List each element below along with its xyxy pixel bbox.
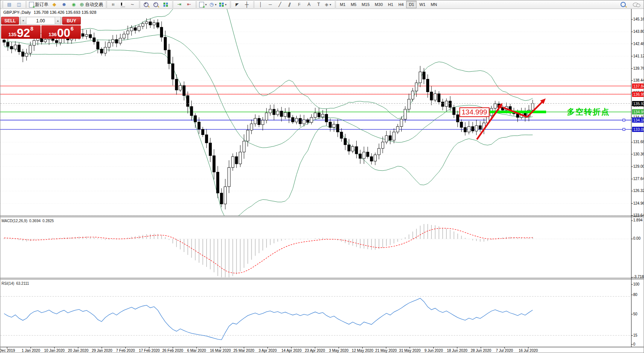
shapes-button[interactable]: ◈▼: [323, 1, 333, 8]
textT-icon: T: [317, 2, 320, 7]
dropdown-caret-icon[interactable]: ▼: [214, 3, 217, 6]
chart-shift-button[interactable]: ⇥: [175, 1, 184, 8]
price-tick: 124.960: [633, 201, 644, 205]
date-tick: 3 May 2020: [329, 349, 348, 353]
macd-panel[interactable]: [0, 224, 631, 277]
toolbar-grip[interactable]: [253, 1, 255, 7]
toolbar-grip[interactable]: [195, 1, 197, 7]
dropdown-caret-icon[interactable]: ▼: [224, 3, 227, 6]
macd-value-2: 0.2825: [42, 219, 54, 223]
toolbar-grip[interactable]: [335, 1, 336, 7]
signal-icon[interactable]: ◉: [69, 1, 79, 8]
buy-price-prefix: 136: [48, 32, 57, 37]
dropdown-caret-icon[interactable]: ▼: [329, 3, 332, 6]
market-watch-icon[interactable]: ☻: [59, 1, 69, 8]
ohlc-values: 135.708 136.426 135.693 135.928: [34, 10, 96, 15]
bar-chart-button[interactable]: ≡: [108, 1, 118, 8]
dropdown-caret-icon[interactable]: ▼: [205, 3, 207, 6]
macd-value-1: 0.3694: [29, 219, 41, 223]
crosshair-button[interactable]: ┼: [242, 1, 252, 8]
new-order-button[interactable]: +新订单: [28, 1, 50, 8]
price-tick: 143.800: [633, 29, 644, 34]
date-tick: 14 Apr 2020: [281, 349, 302, 353]
date-tick: 23 Apr 2020: [305, 349, 325, 353]
periods-button[interactable]: ◷▼: [208, 1, 218, 8]
chat-icon[interactable]: [632, 1, 641, 8]
chart-preview-icon[interactable]: ◫: [14, 1, 24, 8]
toolbar-grip[interactable]: [106, 1, 107, 7]
chart-canvas[interactable]: [0, 0, 644, 353]
horizontal-line-button[interactable]: ─: [265, 1, 275, 8]
timeframe-M5[interactable]: M5: [348, 1, 359, 8]
toolbar-grip[interactable]: [172, 1, 173, 7]
price-tick: 138.440: [633, 78, 644, 82]
timeframe-H1[interactable]: H1: [385, 1, 396, 8]
macd-scale-tick: -3.7183: [633, 275, 644, 279]
date-tick: 31 May 2020: [399, 349, 421, 353]
chart-window-icon[interactable]: ▤: [4, 1, 14, 8]
date-tick: 26 Feb 2020: [162, 349, 183, 353]
vertical-line-button[interactable]: │: [256, 1, 265, 8]
zoom-in-button[interactable]: +: [141, 1, 151, 8]
price-annotation[interactable]: 134.999: [459, 107, 490, 117]
sell-price[interactable]: 135928: [1, 25, 41, 39]
channel-button[interactable]: ∥: [285, 1, 294, 8]
templates-button[interactable]: ▼: [218, 1, 228, 8]
timeframe-M30[interactable]: M30: [372, 1, 385, 8]
text-button[interactable]: A: [304, 1, 314, 8]
shapes-icon: ◈: [325, 2, 328, 7]
indicators-button[interactable]: +▼: [198, 1, 208, 8]
rsi-scale-tick: 80: [633, 293, 637, 297]
timeframe-D1[interactable]: D1: [406, 1, 417, 8]
cursor-button[interactable]: ◤: [232, 1, 242, 8]
chart-profile-icon[interactable]: ◆: [50, 1, 59, 8]
date-tick: 7 Jul 2020: [496, 349, 513, 353]
date-tick: Dec 2019: [0, 349, 15, 353]
buy-price[interactable]: 136006: [41, 25, 81, 39]
fibonacci-button[interactable]: F: [294, 1, 304, 8]
date-tick: 3 Apr 2020: [259, 349, 277, 353]
rsi-panel[interactable]: [0, 296, 631, 340]
timeframe-M1[interactable]: M1: [337, 1, 348, 8]
date-tick: 9 Jun 2020: [424, 349, 443, 353]
globe-icon: ⊕: [80, 2, 84, 7]
timeframe-MN[interactable]: MN: [428, 1, 440, 8]
auto-trading-button[interactable]: ⊕自动交易: [79, 1, 104, 8]
new-order-button-label: 新订单: [35, 1, 48, 8]
toolbar-grip[interactable]: [230, 1, 231, 7]
toolbar: ▤◫+新订单◆☻◉⊕自动交易≡~+−⇥⇤+▼◷▼▼◤┼│─╱∥FAT◈▼M1M5…: [0, 0, 644, 9]
price-line-label: 134.104: [632, 117, 644, 123]
sell-price-sup: 8: [31, 26, 34, 32]
timeframe-H4[interactable]: H4: [396, 1, 406, 8]
trendline-button[interactable]: ╱: [275, 1, 285, 8]
auto-scroll-button[interactable]: ⇤: [184, 1, 194, 8]
timeframe-W1[interactable]: W1: [417, 1, 428, 8]
timeframe-M15[interactable]: M15: [359, 1, 372, 8]
tile-windows-button[interactable]: [161, 1, 170, 8]
candlestick-button[interactable]: [118, 1, 128, 8]
toolbar-grip[interactable]: [2, 1, 3, 7]
text-label-button[interactable]: T: [314, 1, 323, 8]
toolbar-grip[interactable]: [139, 1, 140, 7]
line-chart-button[interactable]: ~: [128, 1, 137, 8]
date-tick: 29 Jan 2020: [92, 349, 112, 353]
magwin-icon: ◫: [17, 2, 21, 7]
date-tick: 16 Mar 2020: [210, 349, 231, 353]
buy-button[interactable]: BUY: [62, 17, 81, 25]
toolbar-grip[interactable]: [25, 1, 27, 7]
date-tick: 10 Jan 2020: [44, 349, 64, 353]
volume-decrease-button[interactable]: ▼: [20, 17, 26, 25]
sell-button[interactable]: SELL: [1, 17, 19, 25]
search-icon[interactable]: [618, 1, 628, 8]
panel-icon: ▤: [7, 2, 11, 7]
textA-icon: A: [307, 2, 310, 7]
rsi-value: 63.2111: [16, 281, 29, 286]
zoom-out-button[interactable]: −: [151, 1, 161, 8]
volume-increase-button[interactable]: ▲: [55, 17, 61, 25]
volume-input[interactable]: 1.00: [26, 18, 55, 23]
price-line-label: 133.086: [632, 127, 644, 132]
turning-point-note[interactable]: 多空转折点: [567, 107, 610, 117]
sell-price-main: 92: [17, 27, 30, 38]
main-chart-layer[interactable]: [0, 0, 631, 220]
autoscroll-icon: ⇤: [187, 2, 191, 7]
